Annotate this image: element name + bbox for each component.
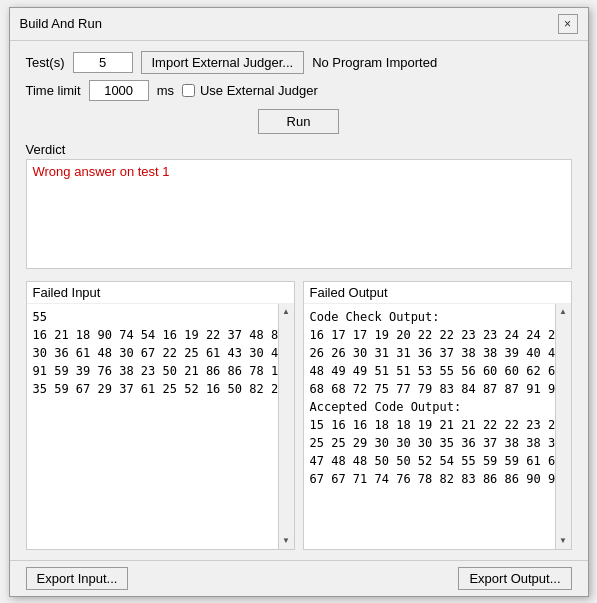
- time-limit-label: Time limit: [26, 83, 81, 98]
- external-judger-row: Use External Judger: [182, 83, 318, 98]
- window-title: Build And Run: [20, 16, 102, 31]
- failed-output-inner: Code Check Output: 16 17 17 19 20 22 22 …: [304, 304, 571, 549]
- failed-output-title: Failed Output: [304, 282, 571, 304]
- close-button[interactable]: ×: [558, 14, 578, 34]
- accepted-content: 15 16 16 18 18 19 21 21 22 22 23 23 25 2…: [310, 418, 555, 486]
- title-bar: Build And Run ×: [10, 8, 588, 41]
- failed-input-content: 55 16 21 18 90 74 54 16 19 22 37 48 83 5…: [27, 304, 278, 549]
- failed-input-panel: Failed Input 55 16 21 18 90 74 54 16 19 …: [26, 281, 295, 550]
- failed-input-title: Failed Input: [27, 282, 294, 304]
- bottom-panels: Failed Input 55 16 21 18 90 74 54 16 19 …: [26, 281, 572, 550]
- scroll-down-arrow[interactable]: ▼: [278, 533, 294, 549]
- scroll-up-arrow-2[interactable]: ▲: [555, 304, 571, 320]
- failed-output-scrollbar[interactable]: ▲ ▼: [555, 304, 571, 549]
- main-content: Test(s) Import External Judger... No Pro…: [10, 41, 588, 560]
- failed-output-content: Code Check Output: 16 17 17 19 20 22 22 …: [304, 304, 555, 549]
- run-button[interactable]: Run: [258, 109, 340, 134]
- code-check-label: Code Check Output:: [310, 310, 440, 324]
- failed-output-panel: Failed Output Code Check Output: 16 17 1…: [303, 281, 572, 550]
- failed-input-inner: 55 16 21 18 90 74 54 16 19 22 37 48 83 5…: [27, 304, 294, 549]
- tests-label: Test(s): [26, 55, 65, 70]
- import-judger-button[interactable]: Import External Judger...: [141, 51, 305, 74]
- failed-input-scrollbar[interactable]: ▲ ▼: [278, 304, 294, 549]
- time-limit-input[interactable]: [89, 80, 149, 101]
- export-output-button[interactable]: Export Output...: [458, 567, 571, 590]
- accepted-label: Accepted Code Output:: [310, 400, 462, 414]
- verdict-label: Verdict: [26, 142, 572, 157]
- code-check-content: 16 17 17 19 20 22 22 23 23 24 24 24 26 2…: [310, 328, 555, 396]
- build-and-run-window: Build And Run × Test(s) Import External …: [9, 7, 589, 597]
- tests-row: Test(s) Import External Judger... No Pro…: [26, 51, 572, 74]
- scroll-up-arrow[interactable]: ▲: [278, 304, 294, 320]
- use-external-judger-checkbox[interactable]: [182, 84, 195, 97]
- run-row: Run: [26, 109, 572, 134]
- verdict-text: Wrong answer on test 1: [33, 164, 170, 179]
- verdict-box: Wrong answer on test 1: [26, 159, 572, 269]
- time-limit-row: Time limit ms Use External Judger: [26, 80, 572, 101]
- top-controls: Test(s) Import External Judger... No Pro…: [26, 51, 572, 101]
- scroll-down-arrow-2[interactable]: ▼: [555, 533, 571, 549]
- verdict-section: Verdict Wrong answer on test 1: [26, 142, 572, 277]
- ms-label: ms: [157, 83, 174, 98]
- footer: Export Input... Export Output...: [10, 560, 588, 596]
- use-external-judger-label: Use External Judger: [200, 83, 318, 98]
- no-program-label: No Program Imported: [312, 55, 437, 70]
- export-input-button[interactable]: Export Input...: [26, 567, 129, 590]
- tests-input[interactable]: [73, 52, 133, 73]
